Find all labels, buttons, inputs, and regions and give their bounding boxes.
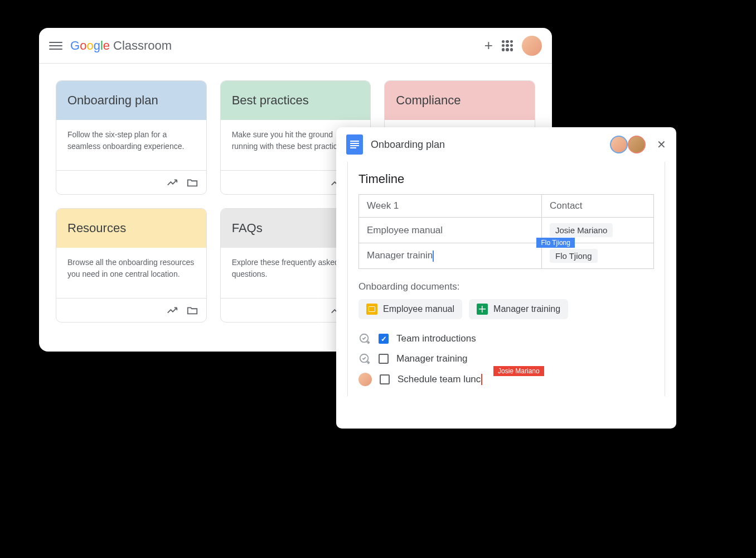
task-row: Team introductions [358,333,654,345]
collab-cursor-blue [433,251,434,262]
table-row: Employee manual Josie Mariano [359,218,654,243]
card-desc: Follow the six-step plan for a seamless … [56,120,206,170]
table-cell[interactable]: Flo Tjiong [541,243,653,269]
docs-header: Onboarding plan ✕ [336,127,676,162]
collab-cursor-red [481,374,482,385]
contact-chip[interactable]: Flo Tjiong [550,249,598,263]
class-card-resources[interactable]: Resources Browse all the onboarding reso… [56,208,207,323]
table-header-cell[interactable]: Week 1 [359,195,542,218]
doc-chip-slides[interactable]: Employee manual [358,299,462,319]
google-slides-icon [366,304,377,315]
google-logo: Google [70,39,110,53]
card-title: Onboarding plan [56,81,206,120]
collab-cursor-label: Josie Mariano [493,366,544,376]
assign-task-icon[interactable] [358,353,371,365]
card-footer [56,298,206,322]
doc-chip-sheets[interactable]: Manager training [469,299,568,319]
app-name: Classroom [113,39,172,53]
add-icon[interactable]: + [484,37,493,54]
checkbox[interactable] [379,354,389,364]
docs-body[interactable]: Timeline Week 1 Contact Employee manual … [336,162,676,396]
doc-chips-row: Employee manual Manager training [358,299,654,319]
card-title: Compliance [385,81,535,120]
collaborator-avatar[interactable] [628,136,646,153]
folder-icon[interactable] [186,304,198,316]
docs-title[interactable]: Onboarding plan [371,139,445,151]
card-title: Resources [56,209,206,248]
collaborator-avatar[interactable] [610,136,628,153]
apps-grid-icon[interactable] [502,40,513,51]
task-row: Manager training [358,353,654,365]
documents-label: Onboarding documents: [358,281,654,292]
task-list: Team introductions Manager training Sche… [358,333,654,386]
table-header-cell[interactable]: Contact [541,195,653,218]
analytics-icon[interactable] [166,176,178,189]
google-docs-icon [346,134,363,155]
analytics-icon[interactable] [166,304,178,316]
folder-icon[interactable] [186,176,198,189]
task-label[interactable]: Team introductions [396,333,476,344]
task-label[interactable]: Manager training [396,353,468,364]
close-icon[interactable]: ✕ [657,138,666,151]
checkbox[interactable] [380,374,390,384]
card-title: Best practices [221,81,371,120]
menu-icon[interactable] [49,39,62,52]
assignee-avatar[interactable] [358,373,372,386]
class-card-onboarding[interactable]: Onboarding plan Follow the six-step plan… [56,80,207,195]
checkbox[interactable] [379,334,389,344]
table-row: Manager trainin Flo Tjiong Flo Tjiong [359,243,654,269]
contact-chip[interactable]: Josie Mariano [550,223,613,237]
timeline-heading: Timeline [358,172,654,186]
classroom-header: Google Classroom + [39,28,552,64]
task-label[interactable]: Schedule team lunc Josie Mariano [398,374,482,386]
table-cell[interactable]: Manager trainin Flo Tjiong [359,243,542,269]
timeline-table[interactable]: Week 1 Contact Employee manual Josie Mar… [358,194,654,269]
table-cell[interactable]: Employee manual [359,218,542,243]
card-desc: Browse all the onboarding resources you … [56,248,206,298]
google-sheets-icon [477,304,488,315]
assign-task-icon[interactable] [358,333,371,345]
docs-window: Onboarding plan ✕ Timeline Week 1 Contac… [336,127,676,429]
card-footer [56,170,206,194]
table-row: Week 1 Contact [359,195,654,218]
task-row: Schedule team lunc Josie Mariano [358,373,654,386]
user-avatar[interactable] [522,36,542,56]
